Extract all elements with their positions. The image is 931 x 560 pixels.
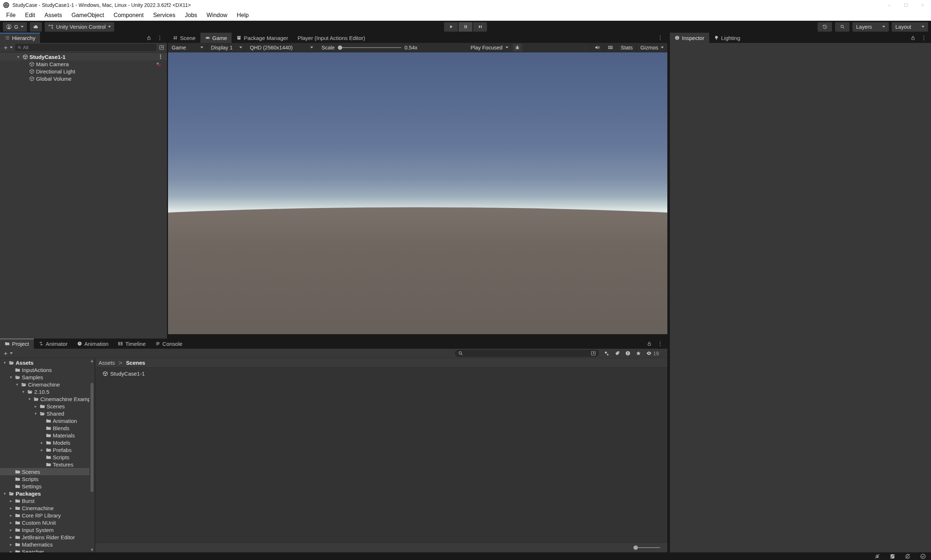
tree-item-prefabs[interactable]: ▸Prefabs (0, 446, 95, 454)
tree-item-textures[interactable]: Textures (0, 461, 95, 468)
tree-item-blends[interactable]: Blends (0, 425, 95, 432)
expander-arrow-icon[interactable]: ▸ (8, 528, 14, 532)
tree-item-shared[interactable]: ▾Shared (0, 410, 95, 417)
tab-hierarchy[interactable]: Hierarchy (0, 33, 40, 43)
tab-project[interactable]: Project (0, 338, 34, 349)
chevron-down-icon[interactable] (10, 352, 13, 354)
step-button[interactable] (473, 22, 487, 32)
breadcrumb-root[interactable]: Assets (98, 360, 115, 366)
chevron-down-icon[interactable] (10, 46, 13, 48)
thumbnail-zoom-slider[interactable] (633, 547, 660, 548)
menu-gameobject[interactable]: GameObject (66, 12, 109, 18)
expander-arrow-icon[interactable]: ▸ (8, 542, 14, 547)
add-object-button[interactable]: ＋ (3, 45, 9, 51)
menu-edit[interactable]: Edit (20, 12, 40, 18)
menu-services[interactable]: Services (148, 12, 180, 18)
minimize-button[interactable] (881, 0, 897, 10)
menu-jobs[interactable]: Jobs (180, 12, 202, 18)
tree-item-scripts[interactable]: Scripts (0, 475, 95, 483)
mute-audio-button[interactable] (591, 43, 604, 52)
tab-game[interactable]: Game (200, 33, 232, 43)
expander-arrow-icon[interactable]: ▾ (27, 397, 32, 402)
project-search-input[interactable] (455, 350, 599, 357)
display-dropdown[interactable]: Display 1 (207, 43, 246, 52)
tree-item-animation[interactable]: Animation (0, 417, 95, 425)
lock-icon[interactable] (910, 35, 916, 41)
tree-item-models[interactable]: ▸Models (0, 439, 95, 446)
cache-server-disabled-icon[interactable] (889, 554, 896, 559)
hierarchy-item-global-volume[interactable]: Global Volume (0, 75, 167, 82)
auto-refresh-paused-icon[interactable] (905, 554, 911, 559)
scroll-down-icon[interactable]: ▼ (89, 548, 95, 552)
scale-slider-handle[interactable] (338, 45, 342, 50)
tree-scrollbar[interactable]: ▲ ▼ (89, 358, 95, 552)
tab-console[interactable]: Console (151, 338, 187, 349)
tree-item-2-10-5[interactable]: ▾2.10.5 (0, 388, 95, 395)
expander-arrow-icon[interactable]: ▸ (8, 498, 14, 503)
asset-item-studycase1-1[interactable]: StudyCase1-1 (95, 369, 667, 377)
tree-item-scenes[interactable]: ▸Scenes (0, 403, 95, 410)
vsync-button[interactable] (604, 43, 617, 52)
expander-arrow-icon[interactable]: ▾ (2, 491, 7, 496)
debugger-detached-icon[interactable] (874, 554, 880, 559)
import-log-icon[interactable] (625, 351, 631, 356)
expander-arrow-icon[interactable]: ▾ (33, 411, 38, 416)
kebab-menu-icon[interactable]: ⋮ (158, 54, 163, 60)
scrollbar-thumb[interactable] (91, 383, 94, 492)
tree-item-cinemachine[interactable]: ▸Cinemachine (0, 505, 95, 512)
undo-history-button[interactable] (817, 22, 832, 32)
expander-arrow-icon[interactable]: ▸ (39, 440, 45, 445)
game-target-dropdown[interactable]: Game (168, 43, 207, 52)
hierarchy-item-directional-light[interactable]: Directional Light (0, 68, 167, 75)
scroll-up-icon[interactable]: ▲ (89, 359, 95, 363)
play-button[interactable] (444, 22, 458, 32)
tree-item-searcher[interactable]: ▸Searcher (0, 548, 95, 552)
search-by-type-icon[interactable] (604, 351, 609, 356)
tab-timeline[interactable]: Timeline (113, 338, 150, 349)
layout-dropdown[interactable]: Layout (892, 22, 928, 32)
expander-arrow-icon[interactable]: ▾ (15, 55, 21, 59)
menu-component[interactable]: Component (109, 12, 148, 18)
kebab-menu-icon[interactable]: ⋮ (657, 35, 663, 41)
thumbnail-zoom-handle[interactable] (634, 545, 638, 550)
tree-item-settings[interactable]: Settings (0, 483, 95, 490)
progress-idle-icon[interactable] (920, 554, 926, 559)
tree-item-custom-nunit[interactable]: ▸Custom NUnit (0, 519, 95, 526)
version-control-button[interactable]: Unity Version Control (45, 22, 114, 32)
account-button[interactable]: G (3, 22, 27, 32)
kebab-menu-icon[interactable]: ⋮ (657, 340, 663, 347)
menu-file[interactable]: File (2, 12, 20, 18)
pause-button[interactable] (459, 22, 472, 32)
expander-arrow-icon[interactable]: ▸ (8, 506, 14, 511)
kebab-menu-icon[interactable]: ⋮ (921, 35, 926, 41)
tab-player-input-actions-editor[interactable]: Player (Input Actions Editor) (293, 33, 370, 43)
tab-package-manager[interactable]: Package Manager (232, 33, 293, 43)
expander-arrow-icon[interactable]: ▸ (33, 404, 38, 409)
expander-arrow-icon[interactable]: ▸ (8, 535, 14, 540)
scale-slider[interactable] (338, 47, 401, 48)
layers-dropdown[interactable]: Layers (853, 22, 889, 32)
close-button[interactable] (914, 0, 931, 10)
expander-arrow-icon[interactable]: ▸ (8, 513, 14, 518)
tab-scene[interactable]: Scene (168, 33, 200, 43)
tree-item-scenes[interactable]: Scenes (0, 468, 95, 475)
hidden-count-badge[interactable]: 19 (646, 351, 659, 356)
search-by-label-icon[interactable] (615, 351, 620, 356)
search-button[interactable] (835, 22, 849, 32)
picker-icon[interactable] (159, 45, 165, 50)
breadcrumb-current[interactable]: Scenes (126, 360, 145, 366)
maximize-button[interactable] (897, 0, 914, 10)
tab-animation[interactable]: Animation (72, 338, 114, 349)
tree-item-core-rp-library[interactable]: ▸Core RP Library (0, 512, 95, 519)
hierarchy-item-studycase1-1[interactable]: ▾StudyCase1-1⋮ (0, 53, 167, 60)
lock-icon[interactable] (646, 341, 652, 346)
menu-assets[interactable]: Assets (40, 12, 66, 18)
tree-item-scripts[interactable]: Scripts (0, 454, 95, 461)
tree-item-materials[interactable]: Materials (0, 432, 95, 439)
expander-arrow-icon[interactable]: ▾ (21, 389, 26, 394)
tree-item-input-system[interactable]: ▸Input System (0, 526, 95, 534)
tree-item-samples[interactable]: ▾Samples (0, 374, 95, 381)
tree-item-inputactions[interactable]: InputActions (0, 366, 95, 374)
expander-arrow-icon[interactable]: ▸ (8, 549, 14, 553)
hierarchy-item-main-camera[interactable]: Main Camera (0, 60, 167, 68)
